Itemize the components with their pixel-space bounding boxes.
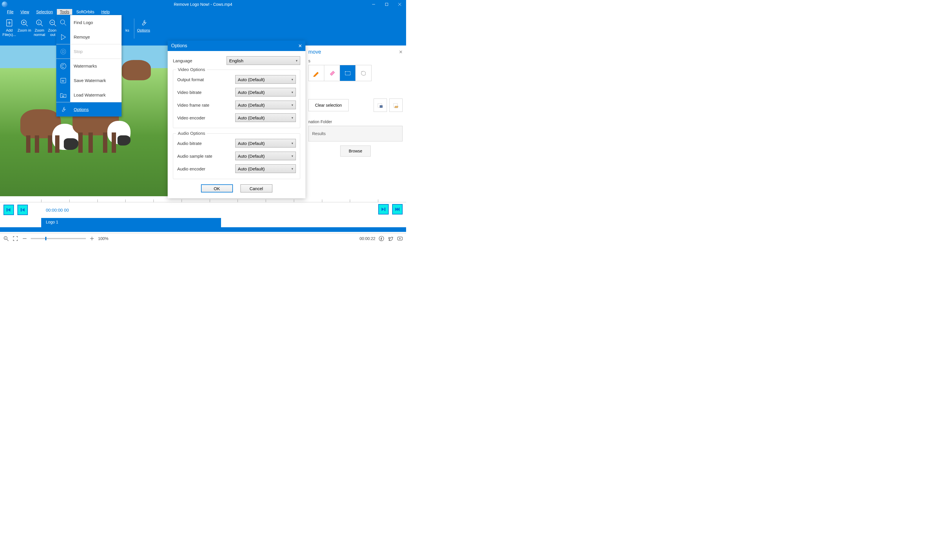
menu-selection[interactable]: Selection	[33, 9, 56, 15]
play-icon	[60, 33, 67, 41]
video-encoder-select[interactable]: Auto (Default)▾	[235, 113, 296, 122]
cancel-button[interactable]: Cancel	[240, 185, 272, 192]
tool-marker[interactable]	[308, 65, 324, 81]
options-dialog: Options ✕ Language English▾ Video Option…	[168, 41, 305, 198]
audio-samplerate-select[interactable]: Auto (Default)▾	[235, 152, 296, 160]
svg-marker-34	[382, 208, 384, 211]
menu-save-watermark[interactable]: W Save Watermark	[56, 73, 122, 88]
menu-remove[interactable]: Remove	[56, 29, 122, 44]
statusbar: 1 100% 00:00:22	[0, 233, 406, 243]
options-button[interactable]: Options	[136, 17, 151, 46]
video-framerate-select[interactable]: Auto (Default)▾	[235, 101, 296, 109]
titlebar: Remove Logo Now! - Cows.mp4	[0, 0, 406, 9]
youtube-icon[interactable]	[397, 235, 403, 242]
dialog-close-icon[interactable]: ✕	[298, 43, 302, 49]
audio-bitrate-select[interactable]: Auto (Default)▾	[235, 139, 296, 148]
menu-view[interactable]: View	[18, 9, 32, 15]
watermarks-partial-button[interactable]: ks	[122, 17, 132, 46]
svg-text:W: W	[62, 79, 65, 82]
next-frame-button[interactable]	[392, 204, 402, 214]
maximize-button[interactable]	[380, 0, 393, 9]
load-selection-button[interactable]	[389, 98, 402, 112]
menu-options[interactable]: Options	[56, 102, 122, 117]
menu-watermarks[interactable]: Watermarks	[56, 58, 122, 73]
svg-line-15	[54, 25, 56, 26]
twitter-icon[interactable]	[387, 235, 394, 242]
menu-file[interactable]: File	[4, 9, 17, 15]
app-icon	[2, 2, 8, 7]
audio-bitrate-label: Audio bitrate	[177, 141, 235, 146]
panel-close-icon[interactable]: ✕	[399, 49, 402, 55]
tool-rectangle[interactable]	[340, 65, 356, 81]
zoom-slider[interactable]	[31, 238, 86, 239]
dialog-title: Options	[171, 43, 187, 48]
svg-text:1: 1	[5, 237, 6, 239]
duration: 00:00:22	[360, 236, 376, 241]
svg-text:W: W	[62, 94, 65, 97]
chevron-down-icon: ▾	[291, 91, 293, 94]
svg-line-18	[64, 23, 66, 26]
zoom-normal-icon: 1	[35, 18, 44, 27]
svg-rect-30	[7, 208, 8, 212]
browse-button[interactable]: Browse	[340, 146, 371, 157]
audio-options-legend: Audio Options	[176, 131, 207, 135]
output-format-select[interactable]: Auto (Default)▾	[235, 75, 296, 84]
audio-options-group: Audio Options Audio bitrateAuto (Default…	[173, 133, 300, 179]
minimize-button[interactable]	[367, 0, 380, 9]
menu-load-watermark[interactable]: W Load Watermark	[56, 88, 122, 102]
zoom-dec-icon[interactable]	[22, 235, 28, 242]
svg-rect-38	[399, 208, 399, 211]
tools-dropdown: Find Logo Remove Stop Watermarks W Save …	[56, 15, 122, 117]
svg-line-8	[26, 25, 28, 26]
svg-rect-28	[380, 106, 382, 108]
zoom-in-button[interactable]: Zoom in	[17, 17, 32, 46]
fit-screen-icon[interactable]	[12, 235, 18, 242]
tools-label: s	[308, 58, 402, 63]
panel-title: move	[308, 49, 321, 55]
destination-path: Results	[308, 126, 402, 142]
step-back-button[interactable]	[17, 205, 28, 215]
video-options-legend: Video Options	[176, 67, 207, 72]
ok-button[interactable]: OK	[201, 185, 233, 192]
zoom-percent: 100%	[98, 236, 108, 241]
menu-tools[interactable]: Tools	[57, 9, 72, 15]
audio-encoder-label: Audio encoder	[177, 166, 235, 171]
step-forward-button[interactable]	[378, 204, 389, 214]
prev-frame-button[interactable]	[3, 205, 14, 215]
zoom-tool-icon[interactable]: 1	[3, 235, 9, 242]
timeline: 00:00:00 00 Logo 1	[0, 197, 406, 232]
tool-eraser[interactable]	[324, 65, 340, 81]
wrench-icon	[60, 106, 67, 113]
svg-point-20	[61, 49, 66, 54]
audio-samplerate-label: Audio sample rate	[177, 154, 235, 158]
video-encoder-label: Video encoder	[177, 115, 235, 120]
menu-softorbits[interactable]: SoftOrbits	[73, 9, 97, 15]
close-button[interactable]	[393, 0, 406, 9]
menubar: File View Selection Tools SoftOrbits Hel…	[0, 9, 406, 15]
svg-rect-26	[345, 72, 350, 75]
facebook-icon[interactable]	[378, 235, 385, 242]
output-format-label: Output format	[177, 77, 235, 82]
video-options-group: Video Options Output formatAuto (Default…	[173, 69, 300, 128]
svg-text:1: 1	[38, 21, 39, 24]
video-bitrate-select[interactable]: Auto (Default)▾	[235, 88, 296, 97]
zoom-inc-icon[interactable]	[89, 235, 95, 242]
save-selection-button[interactable]	[374, 98, 387, 112]
clear-selection-button[interactable]: Clear selection	[308, 99, 349, 111]
menu-help[interactable]: Help	[98, 9, 113, 15]
stop-icon	[60, 48, 67, 55]
svg-rect-21	[62, 51, 65, 52]
svg-line-40	[7, 239, 8, 241]
toolbar-separator	[134, 18, 134, 38]
svg-marker-33	[22, 208, 25, 212]
zoom-normal-button[interactable]: 1 Zoom normal	[32, 17, 47, 46]
video-bitrate-label: Video bitrate	[177, 90, 235, 95]
language-select[interactable]: English▾	[227, 56, 300, 65]
timeline-clip[interactable]: Logo 1	[41, 218, 221, 227]
audio-encoder-select[interactable]: Auto (Default)▾	[235, 165, 296, 173]
add-file-icon	[5, 18, 14, 27]
tool-freeform[interactable]	[356, 65, 371, 81]
menu-find-logo[interactable]: Find Logo	[56, 15, 122, 29]
svg-marker-47	[399, 238, 401, 239]
add-files-button[interactable]: Add File(s)...	[2, 17, 17, 46]
